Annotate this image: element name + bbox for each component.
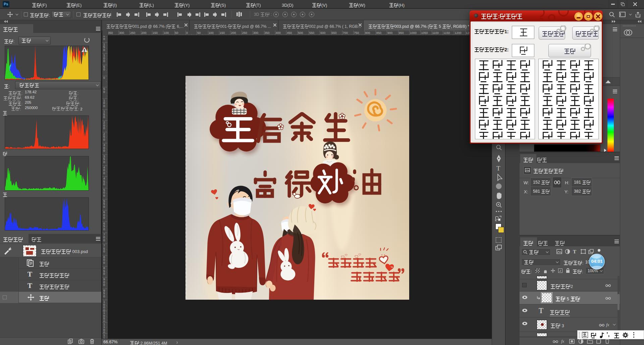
svg-text:T: T — [496, 165, 500, 172]
